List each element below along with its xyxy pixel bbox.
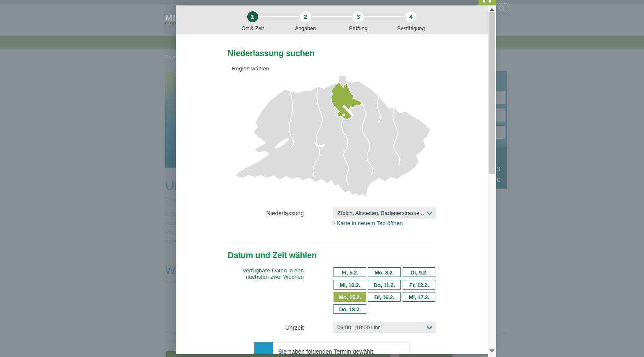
time-select[interactable]: 09:00 - 10:00 Uhr [333, 322, 436, 333]
page-section-sub-fragment: Wäh [165, 279, 177, 286]
branch-label: Niederlassung [228, 210, 304, 217]
time-select-value: 09:00 - 10:00 Uhr [337, 324, 424, 331]
open-map-link[interactable]: ›Karte in neuem Tab öffnen [333, 220, 403, 226]
step-2-circle[interactable]: 2 [300, 11, 311, 22]
date-button[interactable]: Mo, 8.2. [368, 267, 401, 277]
scroll-up-icon[interactable] [489, 8, 494, 11]
page-bottom-bar-gap [390, 354, 399, 357]
region-label: Region wählen [232, 65, 269, 72]
search-icon [497, 3, 507, 14]
stepper-header [176, 5, 488, 34]
step-3-circle[interactable]: 3 [353, 11, 364, 22]
date-button[interactable]: Mi, 17.2. [403, 292, 435, 302]
datetime-section-title: Datum und Zeit wählen [228, 251, 317, 260]
date-button[interactable]: Fr, 12.2. [403, 280, 435, 290]
branch-section-title: Niederlassung suchen [228, 49, 314, 58]
scroll-down-icon[interactable] [489, 349, 494, 352]
branch-select[interactable]: Zürich, Altstetten, Badenerstrasse ... [333, 207, 436, 219]
time-label: Uhrzeit [228, 324, 304, 331]
page-paragraph-fragment: Egal wün Mig unte [165, 209, 177, 246]
date-button[interactable]: Do, 18.2. [334, 304, 366, 314]
switzerland-map [232, 72, 433, 199]
chevron-down-icon [427, 212, 432, 215]
cut-off-glyph [483, 0, 485, 3]
date-button-selected[interactable]: Mo, 15.2. [334, 292, 366, 302]
screen: MIG Privat Un Drei Egal wün Mig unte We … [0, 0, 644, 357]
sidebar-digit: 3 [497, 165, 500, 172]
step-3-label: Prüfung [337, 26, 379, 31]
modal-scrollbar-thumb[interactable] [489, 12, 495, 174]
page-right-text-fragment: tzen [497, 330, 507, 336]
step-1-label: Ort & Zeit [232, 26, 274, 31]
date-button[interactable]: Di, 16.2. [368, 292, 401, 302]
step-connector [259, 16, 299, 17]
step-connector [312, 16, 352, 17]
date-button[interactable]: Di, 9.2. [403, 267, 435, 277]
appointment-summary-text: Sie haben folgenden Termin gewählt: [278, 348, 375, 354]
chevron-down-icon [427, 326, 432, 329]
page-subheadline-fragment: Drei [165, 195, 177, 202]
step-4-circle[interactable]: 4 [406, 11, 416, 22]
cut-off-button[interactable] [478, 0, 496, 5]
step-4-label: Bestätigung [390, 26, 432, 31]
date-button[interactable]: Do, 11.2. [368, 280, 401, 290]
date-button[interactable]: Mi, 10.2. [334, 280, 366, 290]
appointment-summary-box: Sie haben folgenden Termin gewählt: [254, 342, 409, 354]
site-logo-underline [165, 22, 176, 24]
step-connector [365, 16, 405, 17]
appointment-modal: 1 2 3 4 Ort & Zeit Angaben Prüfung Bestä… [176, 5, 488, 354]
cut-off-glyph [489, 0, 491, 3]
section-divider [228, 242, 436, 242]
sidebar-digit: 0 [497, 176, 500, 183]
info-icon [254, 342, 273, 354]
step-2-label: Angaben [284, 26, 326, 31]
branch-select-value: Zürich, Altstetten, Badenerstrasse ... [337, 210, 424, 216]
link-arrow-icon: › [333, 220, 335, 226]
available-dates-label: Verfügbare Daten in den nächsten zwei Wo… [228, 267, 304, 280]
page-top-strip [0, 0, 644, 4]
date-button[interactable]: Fr, 5.2. [334, 267, 366, 277]
step-1-circle[interactable]: 1 [247, 11, 258, 22]
